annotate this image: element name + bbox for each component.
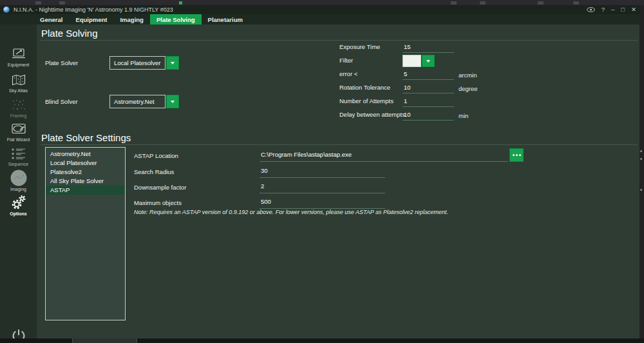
app-logo-icon: [3, 6, 10, 13]
stars-icon: [0, 97, 37, 113]
window-title: N.I.N.A. - Nighttime Imaging 'N' Astrono…: [14, 6, 173, 13]
sidebar-item-label: Sequence: [0, 162, 37, 167]
scrollbar-thumb[interactable]: [72, 338, 137, 343]
error-label: error <: [339, 70, 357, 77]
rotation-tolerance-label: Rotation Tolerance: [339, 84, 390, 91]
tab-label: Plate Solving: [156, 16, 195, 23]
blind-solver-label: Blind Solver: [45, 98, 78, 105]
browse-button[interactable]: [509, 148, 524, 162]
rotation-tolerance-input[interactable]: 10: [404, 84, 411, 91]
input-underline: [402, 120, 454, 121]
browser-chrome-fragment: [538, 1, 544, 5]
browser-chrome-fragment: [480, 1, 486, 5]
tab-label: Planetarium: [208, 16, 243, 23]
background-window-strip: [639, 5, 644, 343]
map-icon: [0, 72, 37, 88]
blind-solver-select[interactable]: Astrometry.Net: [109, 95, 179, 108]
input-underline: [402, 79, 454, 80]
delay-between-attempts-input[interactable]: 10: [404, 111, 411, 118]
dropdown-button[interactable]: [422, 55, 435, 67]
sidebar-item-imaging[interactable]: Imaging: [0, 169, 37, 192]
input-underline: [402, 106, 454, 107]
section-divider: [41, 144, 638, 145]
background-fragment: [640, 189, 642, 191]
tab-label: Equipment: [75, 16, 107, 23]
sidebar-item-label: Framing: [0, 113, 37, 119]
maximum-objects-label: Maximum objects: [134, 199, 182, 206]
tab-label: Imaging: [120, 16, 143, 23]
tab-equipment[interactable]: Equipment: [69, 14, 113, 24]
sidebar-item-flat-wizard[interactable]: Flat Wizard: [0, 121, 37, 142]
browser-chrome-fragment: [179, 1, 182, 5]
exposure-time-input[interactable]: 15: [404, 43, 411, 50]
dropdown-button[interactable]: [166, 56, 179, 70]
browser-chrome-fragment: [573, 1, 579, 5]
tab-bar: General Equipment Imaging Plate Solving …: [0, 14, 644, 24]
dropdown-button[interactable]: [166, 95, 179, 108]
filter-selected-value: [402, 55, 421, 67]
tab-general[interactable]: General: [33, 14, 69, 24]
window-controls: ? – □ ✕: [587, 6, 644, 13]
downsample-factor-label: Downsample factor: [134, 184, 186, 191]
input-underline: [402, 93, 454, 93]
astap-version-note: Note: Requires an ASTAP version of 0.9.1…: [134, 209, 448, 215]
sidebar-item-sequence[interactable]: Sequence: [0, 145, 37, 167]
chevron-down-icon: [426, 60, 430, 63]
tab-label: General: [40, 16, 62, 23]
browser-chrome-fragment: [59, 1, 65, 5]
downsample-factor-input[interactable]: 2: [261, 182, 264, 190]
sidebar-item-label: Sky Atlas: [0, 88, 37, 93]
input-underline: [260, 177, 385, 178]
titlebar: N.I.N.A. - Nighttime Imaging 'N' Astrono…: [0, 5, 644, 14]
bottom-scrollbar[interactable]: [0, 338, 644, 343]
chevron-down-icon: [171, 62, 175, 64]
number-of-attempts-input[interactable]: 1: [404, 97, 407, 104]
maximize-button[interactable]: □: [621, 6, 625, 13]
checklist-stars-icon: [0, 145, 37, 162]
solver-list-item-astrometry-net[interactable]: Astrometry.Net: [46, 150, 125, 159]
solver-list-item-all-sky-plate-solver[interactable]: All Sky Plate Solver: [46, 177, 125, 186]
solver-list-item-local-platesolver[interactable]: Local Platesolver: [46, 159, 125, 168]
solver-list-item-astap[interactable]: ASTAP: [46, 186, 125, 195]
sidebar-item-sky-atlas[interactable]: Sky Atlas: [0, 72, 37, 93]
background-browser-strip: [0, 0, 644, 5]
help-button[interactable]: ?: [601, 6, 605, 13]
ellipsis-icon: [519, 154, 521, 156]
section-divider: [41, 40, 638, 41]
plate-solver-select[interactable]: Local Platesolver: [109, 56, 179, 70]
minimize-button[interactable]: –: [611, 6, 614, 13]
filter-select[interactable]: [402, 55, 435, 67]
ellipsis-icon: [513, 154, 515, 156]
input-underline: [402, 52, 454, 53]
close-button[interactable]: ✕: [631, 6, 636, 13]
sidebar: Equipment Sky Atlas: [0, 24, 37, 343]
sidebar-item-label: Options: [0, 211, 37, 217]
astap-location-input[interactable]: C:\Program Files\astap\astap.exe: [261, 151, 352, 158]
tab-imaging[interactable]: Imaging: [113, 14, 149, 24]
sidebar-item-framing[interactable]: Framing: [0, 97, 37, 119]
solver-listbox: Astrometry.Net Local Platesolver Plateso…: [45, 147, 126, 320]
sidebar-item-options[interactable]: Options: [0, 193, 37, 217]
rotation-tolerance-unit: degree: [459, 85, 478, 92]
laptop-telescope-icon: [0, 46, 37, 63]
astap-location-label: ASTAP Location: [134, 152, 178, 159]
ellipsis-icon: [516, 154, 518, 156]
search-radius-label: Search Radius: [134, 168, 174, 175]
sidebar-item-equipment[interactable]: Equipment: [0, 46, 37, 68]
camera-circle-icon: [0, 169, 37, 187]
tab-plate-solving[interactable]: Plate Solving: [150, 14, 202, 24]
browser-chrome-fragment: [451, 1, 457, 5]
search-radius-input[interactable]: 30: [261, 167, 268, 174]
input-underline: [260, 193, 385, 193]
app-window: N.I.N.A. - Nighttime Imaging 'N' Astrono…: [0, 0, 644, 343]
sidebar-item-label: Imaging: [0, 187, 37, 192]
eye-icon[interactable]: [587, 7, 595, 12]
error-unit: arcmin: [459, 72, 477, 79]
exposure-time-label: Exposure Time: [339, 43, 380, 50]
maximum-objects-input[interactable]: 500: [261, 198, 271, 205]
delay-between-attempts-label: Delay between attempts: [339, 111, 405, 118]
tab-planetarium[interactable]: Planetarium: [202, 14, 249, 24]
error-input[interactable]: 5: [404, 70, 407, 77]
section-heading-plate-solver-settings: Plate Solver Settings: [41, 132, 131, 143]
solver-list-item-platesolve2[interactable]: Platesolve2: [46, 168, 125, 177]
